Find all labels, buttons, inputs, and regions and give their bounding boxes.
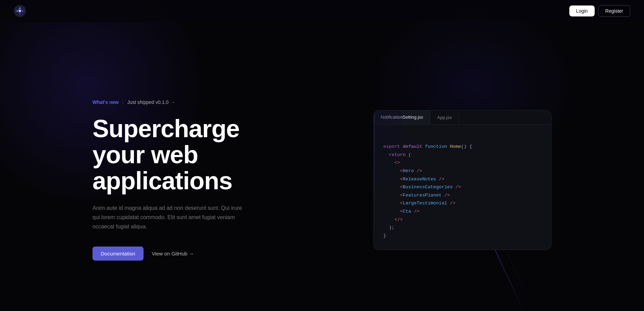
navbar-right: Login Register — [569, 5, 630, 17]
whats-new-separator — [123, 100, 123, 105]
code-line-8: <FeaturesPlanet /> — [383, 191, 542, 200]
code-line-2: export default function Home() { — [383, 143, 542, 151]
code-line-5: <Hero /> — [383, 167, 542, 175]
github-button[interactable]: View on GitHub → — [152, 251, 194, 256]
code-line-6: <ReleaseNotes /> — [383, 175, 542, 183]
code-body: export default function Home() { return … — [374, 125, 551, 249]
code-panel: NotificationSetting.jsx App.jsx export d… — [373, 110, 552, 250]
code-line-3: return ( — [383, 151, 542, 159]
svg-point-1 — [19, 10, 21, 12]
code-line-4: <> — [383, 159, 542, 167]
code-line-12: ); — [383, 224, 542, 232]
tab-app[interactable]: App.jsx — [430, 111, 459, 124]
code-line-9: <LargeTestimonial /> — [383, 199, 542, 207]
whats-new-label[interactable]: What's new — [92, 99, 119, 105]
hero-buttons: Documentation View on GitHub → — [92, 247, 250, 261]
whats-new-bar: What's new Just shipped v0.1.0 → — [92, 99, 250, 105]
shipped-text: Just shipped v0.1.0 — [127, 99, 169, 105]
navbar-left — [14, 5, 26, 17]
login-button[interactable]: Login — [569, 5, 595, 16]
code-line-13: } — [383, 232, 542, 240]
hero-title: Supercharge your web applications — [92, 116, 250, 194]
hero-section: What's new Just shipped v0.1.0 → Superch… — [92, 99, 250, 260]
tab-notification-setting[interactable]: NotificationSetting.jsx — [374, 110, 430, 124]
code-line-10: <Cta /> — [383, 207, 542, 216]
shipped-link[interactable]: Just shipped v0.1.0 → — [127, 99, 175, 105]
shipped-arrow: → — [171, 99, 175, 105]
code-line-1 — [383, 134, 542, 143]
code-line-7: <BusinessCategories /> — [383, 183, 542, 191]
register-button[interactable]: Register — [598, 5, 630, 17]
hero-subtitle: Anim aute id magna aliqua ad ad non dese… — [92, 203, 250, 231]
logo-icon — [14, 5, 26, 17]
navbar: Login Register — [0, 0, 644, 22]
documentation-button[interactable]: Documentation — [92, 247, 144, 261]
code-line-11: </> — [383, 216, 542, 224]
code-tabs: NotificationSetting.jsx App.jsx — [374, 110, 551, 125]
main-content: What's new Just shipped v0.1.0 → Superch… — [0, 22, 644, 311]
